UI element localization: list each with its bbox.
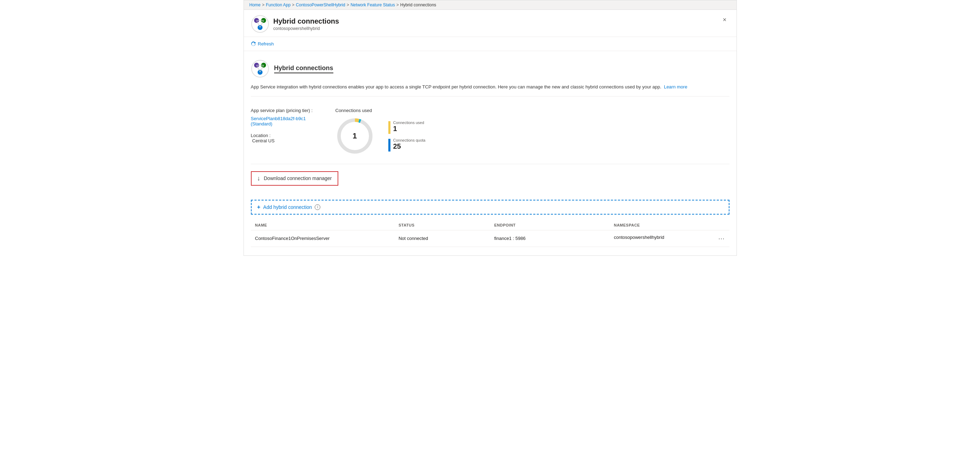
breadcrumb-contoso[interactable]: ContosoPowerShellHybrid: [296, 2, 345, 7]
breadcrumb-home[interactable]: Home: [250, 2, 261, 7]
cell-status: Not connected: [395, 230, 490, 246]
legend-bar-used: [388, 121, 390, 134]
cell-namespace: contosopowershellhybrid ⋯: [609, 230, 729, 246]
panel-title: Hybrid connections: [274, 17, 339, 25]
learn-more-link[interactable]: Learn more: [664, 84, 687, 89]
close-button[interactable]: ×: [720, 15, 729, 25]
row-more-button[interactable]: ⋯: [718, 235, 725, 242]
plus-icon: +: [257, 204, 261, 210]
cell-name: ContosoFinance1OnPremisesServer: [251, 230, 395, 246]
legend-value-used: 1: [393, 125, 424, 133]
breadcrumb: Home > Function App > ContosoPowerShellH…: [244, 0, 737, 10]
table-body: ContosoFinance1OnPremisesServer Not conn…: [251, 230, 729, 246]
breadcrumb-sep-3: >: [347, 2, 349, 7]
col-header-endpoint: ENDPOINT: [490, 220, 609, 230]
plan-link[interactable]: ServicePlanb818da2f-b9c1 (Standard): [251, 116, 321, 127]
col-header-name: NAME: [251, 220, 395, 230]
add-hybrid-connection-button[interactable]: + Add hybrid connection i: [251, 200, 729, 215]
location-label: Location :: [251, 133, 270, 138]
chart-container: Connections used 1: [336, 108, 426, 156]
toolbar: Refresh: [244, 37, 737, 51]
legend-text-quota: Connections quota 25: [393, 138, 426, 151]
table-header: NAME STATUS ENDPOINT NAMESPACE: [251, 220, 729, 230]
download-btn-wrapper: ↓ Download connection manager: [251, 171, 729, 193]
breadcrumb-sep-1: >: [262, 2, 265, 7]
chart-legend: Connections used 1 Connections quota 25: [388, 121, 426, 151]
connections-table: NAME STATUS ENDPOINT NAMESPACE ContosoFi…: [251, 220, 729, 247]
col-header-namespace: NAMESPACE: [609, 220, 729, 230]
section-title-row: Hybrid connections: [251, 60, 729, 78]
panel-header: Hybrid connections contosopowershellhybr…: [244, 10, 737, 37]
download-connection-manager-button[interactable]: ↓ Download connection manager: [251, 171, 338, 186]
table-row: ContosoFinance1OnPremisesServer Not conn…: [251, 230, 729, 246]
refresh-label: Refresh: [258, 41, 274, 46]
stats-row: App service plan (pricing tier) : Servic…: [251, 102, 729, 164]
section-description: App Service integration with hybrid conn…: [251, 84, 729, 91]
download-icon: ↓: [257, 175, 261, 182]
plan-info: App service plan (pricing tier) : Servic…: [251, 108, 321, 143]
legend-used: Connections used 1: [388, 121, 426, 134]
breadcrumb-sep-4: >: [396, 2, 399, 7]
hybrid-connections-header-icon: [251, 15, 269, 33]
legend-value-quota: 25: [393, 142, 426, 151]
plan-label: App service plan (pricing tier) :: [251, 108, 321, 113]
location-block: Location : Central US: [251, 133, 321, 143]
content-area: Hybrid connections App Service integrati…: [244, 51, 737, 256]
legend-quota: Connections quota 25: [388, 138, 426, 151]
breadcrumb-current: Hybrid connections: [400, 2, 436, 7]
breadcrumb-network-feature[interactable]: Network Feature Status: [351, 2, 395, 7]
panel-title-block: Hybrid connections contosopowershellhybr…: [274, 17, 339, 31]
chart-row: 1 Connections used 1: [336, 117, 426, 156]
add-btn-label: Add hybrid connection: [263, 204, 312, 210]
breadcrumb-function-app[interactable]: Function App: [266, 2, 291, 7]
download-label: Download connection manager: [264, 175, 332, 181]
refresh-button[interactable]: Refresh: [251, 40, 274, 48]
donut-value: 1: [352, 132, 356, 141]
legend-bar-quota: [388, 139, 390, 151]
hybrid-connections-section-icon: [251, 60, 269, 78]
info-icon[interactable]: i: [315, 204, 320, 210]
main-panel: Home > Function App > ContosoPowerShellH…: [243, 0, 737, 256]
legend-key-used: Connections used: [393, 121, 424, 125]
breadcrumb-sep-2: >: [292, 2, 294, 7]
panel-header-left: Hybrid connections contosopowershellhybr…: [251, 15, 339, 33]
panel-subtitle: contosopowershellhybrid: [274, 26, 339, 31]
divider-1: [251, 96, 729, 97]
location-value: Central US: [252, 138, 275, 143]
legend-text-used: Connections used 1: [393, 121, 424, 133]
table-header-row: NAME STATUS ENDPOINT NAMESPACE: [251, 220, 729, 230]
legend-key-quota: Connections quota: [393, 138, 426, 142]
cell-endpoint: finance1 : 5986: [490, 230, 609, 246]
chart-title: Connections used: [336, 108, 372, 113]
refresh-icon: [251, 41, 256, 46]
donut-chart: 1: [336, 117, 374, 156]
section-title: Hybrid connections: [274, 65, 333, 73]
col-header-status: STATUS: [395, 220, 490, 230]
